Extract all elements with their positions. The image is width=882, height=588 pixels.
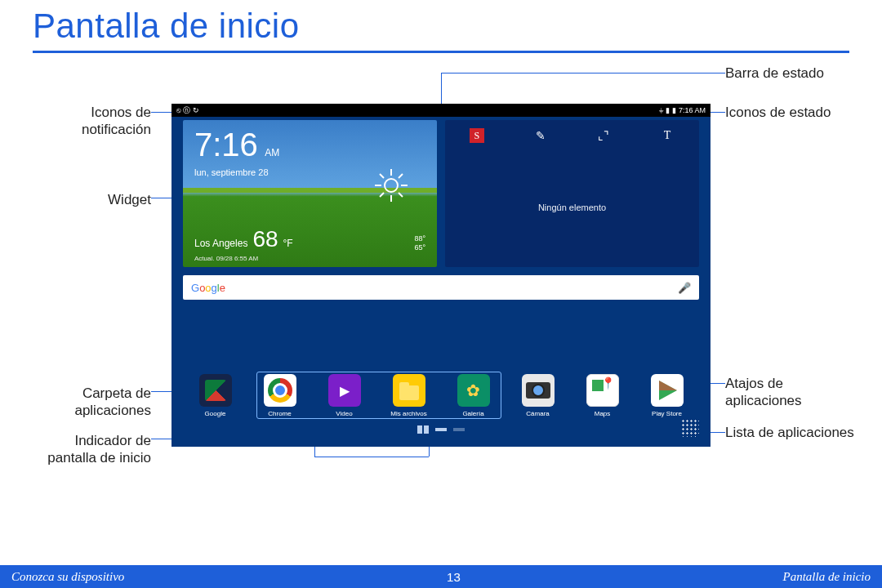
app-label: Video (322, 410, 368, 417)
play-icon (651, 374, 684, 407)
camera-icon[interactable]: ⌞⌝ (596, 128, 611, 143)
svg-line-7 (399, 174, 403, 178)
weather-temp: 68 (252, 226, 278, 252)
gallery-icon (457, 374, 490, 407)
video-icon (328, 374, 361, 407)
notes-empty-msg: Ningún elemento (445, 203, 699, 212)
page-title: Pantalla de inicio (0, 0, 882, 51)
label-app-folder: Carpeta de aplicaciones (33, 385, 151, 420)
app-play[interactable]: Play Store (644, 374, 690, 417)
app-label: Cámara (515, 410, 561, 417)
app-label: Maps (580, 410, 626, 417)
lead (709, 112, 725, 113)
maps-icon (586, 374, 619, 407)
pen-icon[interactable]: ✎ (533, 128, 548, 143)
label-status-bar: Barra de estado (725, 65, 848, 82)
s-note-icon[interactable]: S (470, 128, 484, 143)
label-apps-list: Lista de aplicaciones (725, 424, 856, 441)
notification-icons: ⎋ ⓝ ↻ (176, 105, 199, 116)
signal-icon: ▮ (666, 106, 670, 114)
page-footer: Conozca su dispositivo 13 Pantalla de in… (0, 565, 882, 588)
app-files[interactable]: Mis archivos (386, 374, 432, 417)
app-label: Play Store (644, 410, 690, 417)
sun-icon (372, 166, 411, 205)
google-logo: Google (191, 282, 225, 294)
weather-hi: 88° (414, 234, 425, 243)
title-rule (33, 51, 849, 53)
clock: 7:16 AM (194, 127, 279, 163)
lead (314, 457, 429, 457)
page-dot[interactable] (435, 428, 447, 431)
weather-updated: Actual. 09/28 6:55 AM (194, 255, 258, 262)
wifi-icon: ⏚ (659, 106, 663, 114)
weather-lo: 65° (414, 243, 425, 252)
notes-toolbar: S ✎ ⌞⌝ T (445, 128, 699, 143)
app-maps[interactable]: Maps (580, 374, 626, 417)
widgets-row: 7:16 AM lun, septiembre 28 Los Angeles 6… (183, 120, 699, 267)
app-camera[interactable]: Cámara (515, 374, 561, 417)
weather-city-row: Los Angeles 68°F (194, 226, 293, 252)
footer-topic: Pantalla de inicio (783, 570, 871, 584)
folder-icon (199, 374, 232, 407)
status-bar: ⎋ ⓝ ↻ ⏚ ▮ ▮ 7:16 AM (172, 104, 710, 117)
mic-icon[interactable]: 🎤 (678, 282, 691, 294)
app-dock: GoogleChromeVideoMis archivosGaleríaCáma… (183, 374, 699, 417)
battery-icon: ▮ (672, 106, 676, 114)
clock-time: 7:16 (194, 127, 258, 163)
svg-line-6 (399, 193, 403, 197)
footer-page: 13 (447, 570, 461, 584)
google-search-bar[interactable]: Google 🎤 (183, 275, 699, 300)
cast-icon: ⎋ (176, 106, 180, 114)
status-icons: ⏚ ▮ ▮ 7:16 AM (659, 106, 706, 114)
weather-city: Los Angeles (194, 238, 247, 249)
app-label: Galería (451, 410, 497, 417)
label-widget: Widget (33, 191, 151, 208)
weather-widget[interactable]: 7:16 AM lun, septiembre 28 Los Angeles 6… (183, 120, 437, 267)
app-gallery[interactable]: Galería (451, 374, 497, 417)
notes-widget[interactable]: S ✎ ⌞⌝ T Ningún elemento (445, 120, 699, 267)
label-page-indicator: Indicador de pantalla de inicio (33, 432, 151, 467)
files-icon (393, 374, 425, 407)
weather-hilo: 88° 65° (414, 234, 425, 252)
svg-point-0 (385, 179, 398, 192)
footer-section: Conozca su dispositivo (11, 570, 124, 584)
status-time: 7:16 AM (679, 106, 706, 114)
sync-icon: ↻ (193, 106, 199, 114)
clock-date: lun, septiembre 28 (194, 167, 269, 177)
lead (441, 73, 442, 107)
page-indicator[interactable] (172, 425, 710, 434)
label-app-shortcuts: Atajos de aplicaciones (725, 375, 856, 410)
tablet-screenshot: ⎋ ⓝ ↻ ⏚ ▮ ▮ 7:16 AM 7:16 AM lun, septiem… (172, 104, 710, 447)
label-notification-icons: Iconos de notificación (33, 104, 151, 139)
app-video[interactable]: Video (322, 374, 368, 417)
app-chrome[interactable]: Chrome (257, 374, 303, 417)
app-folder[interactable]: Google (193, 374, 238, 417)
page-dot[interactable] (453, 428, 465, 431)
diagram-stage: Iconos de notificación Widget Carpeta de… (33, 65, 849, 522)
svg-line-8 (380, 193, 384, 197)
clock-ampm: AM (265, 147, 279, 158)
weather-unit: °F (283, 238, 293, 249)
camera-icon (522, 374, 555, 407)
home-page-icon[interactable] (417, 425, 429, 434)
label-status-icons: Iconos de estado (725, 104, 848, 121)
text-icon[interactable]: T (660, 128, 675, 143)
app-label: Google (193, 410, 238, 417)
nfc-icon: ⓝ (183, 105, 190, 116)
svg-line-5 (380, 174, 384, 178)
chrome-icon (264, 374, 296, 407)
app-label: Mis archivos (386, 410, 432, 417)
lead (441, 73, 725, 74)
apps-list-button[interactable] (681, 419, 699, 437)
app-label: Chrome (257, 410, 303, 417)
